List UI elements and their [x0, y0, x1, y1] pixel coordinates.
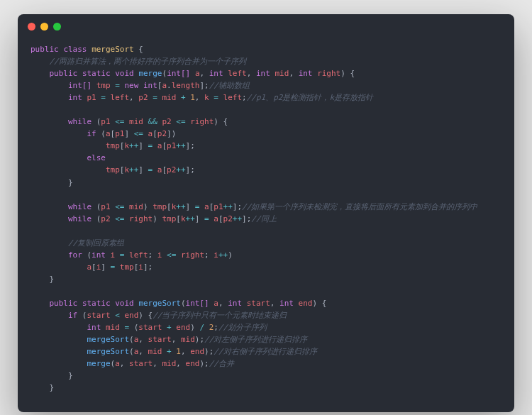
maximize-icon[interactable]: [53, 23, 61, 31]
fn-mergesort: mergeSort: [138, 299, 181, 308]
class-name: mergeSort: [92, 45, 134, 54]
comment: //两路归并算法，两个排好序的子序列合并为一个子序列: [50, 57, 246, 66]
code-window: public class mergeSort { //两路归并算法，两个排好序的…: [18, 14, 514, 412]
kw-class: class: [63, 45, 87, 54]
kw-public: public: [31, 45, 59, 54]
code-block: public class mergeSort { //两路归并算法，两个排好序的…: [18, 35, 514, 412]
fn-merge: merge: [138, 69, 162, 78]
close-icon[interactable]: [28, 23, 35, 31]
minimize-icon[interactable]: [40, 23, 48, 31]
window-titlebar: [18, 14, 514, 35]
